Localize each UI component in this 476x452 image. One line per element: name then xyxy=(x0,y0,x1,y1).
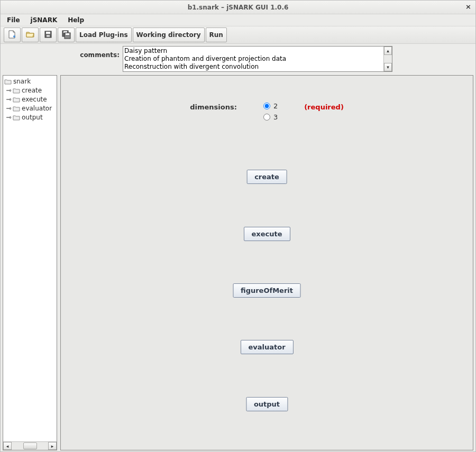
tree-item-label: execute xyxy=(22,96,47,103)
tree-item-label: output xyxy=(22,114,43,121)
tree-item-label: create xyxy=(22,87,42,94)
menu-help[interactable]: Help xyxy=(63,15,88,25)
save-button[interactable] xyxy=(40,27,57,42)
tree-item-evaluator[interactable]: ⊸ evaluator xyxy=(4,104,56,113)
radio-2[interactable] xyxy=(263,103,270,109)
tree-hscrollbar: ◂ ▸ xyxy=(3,441,57,450)
folder-icon xyxy=(13,96,20,103)
output-button[interactable]: output xyxy=(246,397,288,411)
scroll-down-icon[interactable]: ▾ xyxy=(384,63,392,71)
dimension-option-2[interactable]: 2 xyxy=(263,102,278,110)
titlebar: b1.snark – jSNARK GUI 1.0.6 × xyxy=(1,1,475,14)
save-as-button[interactable] xyxy=(58,27,75,42)
dimensions-block: dimensions: 2 3 (required) xyxy=(61,102,473,121)
scroll-up-icon[interactable]: ▴ xyxy=(384,47,392,55)
menu-jsnark[interactable]: jSNARK xyxy=(26,15,62,25)
app-window: b1.snark – jSNARK GUI 1.0.6 × File jSNAR… xyxy=(0,0,476,452)
radio-3[interactable] xyxy=(263,114,270,121)
folder-icon xyxy=(13,114,20,121)
main-pane: dimensions: 2 3 (required) create execut… xyxy=(60,75,473,450)
create-button[interactable]: create xyxy=(246,170,287,184)
load-plugins-button[interactable]: Load Plug-ins xyxy=(76,27,132,42)
folder-icon xyxy=(13,87,20,94)
required-label: (required) xyxy=(304,102,344,111)
new-file-icon xyxy=(7,30,17,41)
window-title: b1.snark – jSNARK GUI 1.0.6 xyxy=(188,4,289,11)
open-folder-icon xyxy=(25,30,35,41)
new-file-button[interactable] xyxy=(4,27,21,42)
scroll-left-icon[interactable]: ◂ xyxy=(3,442,12,450)
expand-handle-icon[interactable]: ⊸ xyxy=(6,115,11,119)
close-icon[interactable]: × xyxy=(465,3,471,11)
project-tree: snark ⊸ create ⊸ execute ⊸ xyxy=(3,76,57,441)
scroll-right-icon[interactable]: ▸ xyxy=(48,442,57,450)
tree-children: ⊸ create ⊸ execute ⊸ evaluator xyxy=(4,86,56,122)
tree-item-output[interactable]: ⊸ output xyxy=(4,113,56,122)
radio-3-label: 3 xyxy=(273,113,278,121)
radio-2-label: 2 xyxy=(273,102,278,110)
scroll-track[interactable] xyxy=(384,55,392,63)
run-button[interactable]: Run xyxy=(206,27,227,42)
menubar: File jSNARK Help xyxy=(1,14,475,26)
tree-item-label: evaluator xyxy=(22,105,52,112)
comments-row: comments: ▴ ▾ xyxy=(1,44,475,74)
dimension-option-3[interactable]: 3 xyxy=(263,113,278,121)
dimensions-label: dimensions: xyxy=(190,102,237,111)
folder-icon xyxy=(13,105,20,112)
comments-field-wrap: ▴ ▾ xyxy=(123,46,392,72)
body: snark ⊸ create ⊸ execute ⊸ xyxy=(1,74,475,451)
expand-handle-icon[interactable]: ⊸ xyxy=(6,106,11,110)
figure-of-merit-button[interactable]: figureOfMerit xyxy=(233,283,301,298)
svg-rect-3 xyxy=(47,35,50,37)
expand-handle-icon[interactable]: ⊸ xyxy=(6,97,11,102)
save-as-icon xyxy=(61,30,71,41)
save-icon xyxy=(43,30,53,41)
tree-pane: snark ⊸ create ⊸ execute ⊸ xyxy=(3,75,57,450)
svg-rect-7 xyxy=(66,33,69,35)
tree-root[interactable]: snark xyxy=(4,77,56,86)
svg-rect-2 xyxy=(46,32,50,34)
execute-button[interactable]: execute xyxy=(243,227,290,241)
evaluator-button[interactable]: evaluator xyxy=(240,340,293,354)
expand-handle-icon[interactable]: ⊸ xyxy=(6,88,11,93)
toolbar: Load Plug-ins Working directory Run xyxy=(1,26,475,44)
tree-item-execute[interactable]: ⊸ execute xyxy=(4,95,56,104)
comments-textarea[interactable] xyxy=(123,47,383,71)
svg-point-0 xyxy=(13,35,15,38)
hscroll-thumb[interactable] xyxy=(23,442,37,449)
hscroll-track[interactable] xyxy=(12,442,48,450)
menu-file[interactable]: File xyxy=(3,15,24,25)
working-directory-button[interactable]: Working directory xyxy=(133,27,205,42)
comments-label: comments: xyxy=(1,46,120,59)
dimensions-radio-group: 2 3 xyxy=(263,102,278,121)
comments-scrollbar: ▴ ▾ xyxy=(383,47,392,71)
tree-item-create[interactable]: ⊸ create xyxy=(4,86,56,95)
tree-root-label: snark xyxy=(13,78,31,85)
folder-icon xyxy=(4,78,12,85)
open-file-button[interactable] xyxy=(22,27,39,42)
